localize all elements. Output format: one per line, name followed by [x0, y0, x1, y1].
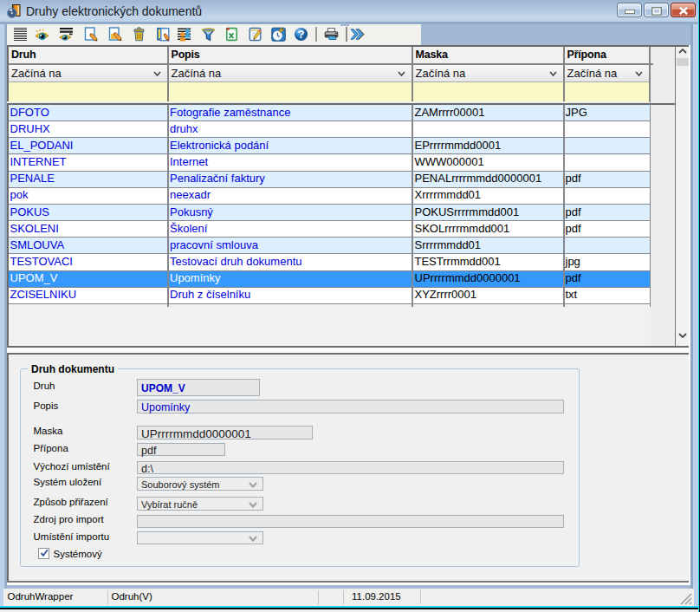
svg-text:?: ? — [297, 29, 304, 41]
